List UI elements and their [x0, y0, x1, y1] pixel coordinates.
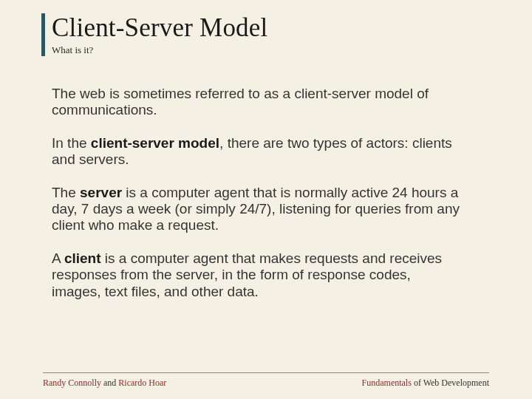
paragraph-model: In the client-server model, there are tw…: [52, 135, 460, 168]
text-fragment: A: [52, 250, 64, 266]
bold-term-client-server-model: client-server model: [91, 135, 219, 151]
slide-subtitle: What is it?: [52, 44, 489, 56]
bold-term-client: client: [64, 250, 101, 266]
accent-bar: [41, 13, 45, 56]
paragraph-server: The server is a computer agent that is n…: [52, 185, 460, 234]
text-fragment: is a computer agent that makes requests …: [52, 250, 442, 299]
paragraph-intro: The web is sometimes referred to as a cl…: [52, 86, 460, 119]
slide: Client-Server Model What is it? The web …: [0, 0, 532, 399]
footer-divider: [43, 372, 489, 373]
book-title-rest: of Web Development: [412, 378, 489, 388]
author-name: Randy Connolly: [43, 378, 101, 388]
text-conjunction: and: [101, 378, 118, 388]
text-fragment: The: [52, 185, 80, 200]
footer-authors: Randy Connolly and Ricardo Hoar: [43, 378, 166, 389]
slide-body: The web is sometimes referred to as a cl…: [52, 86, 489, 300]
text-fragment: In the: [52, 135, 91, 151]
footer-row: Randy Connolly and Ricardo Hoar Fundamen…: [43, 378, 489, 389]
book-title-accent: Fundamentals: [362, 378, 412, 388]
slide-footer: Randy Connolly and Ricardo Hoar Fundamen…: [0, 372, 532, 389]
slide-title: Client-Server Model: [52, 13, 489, 43]
author-name: Ricardo Hoar: [118, 378, 166, 388]
bold-term-server: server: [80, 185, 122, 200]
footer-book-title: Fundamentals of Web Development: [362, 378, 489, 389]
paragraph-client: A client is a computer agent that makes …: [52, 250, 460, 300]
